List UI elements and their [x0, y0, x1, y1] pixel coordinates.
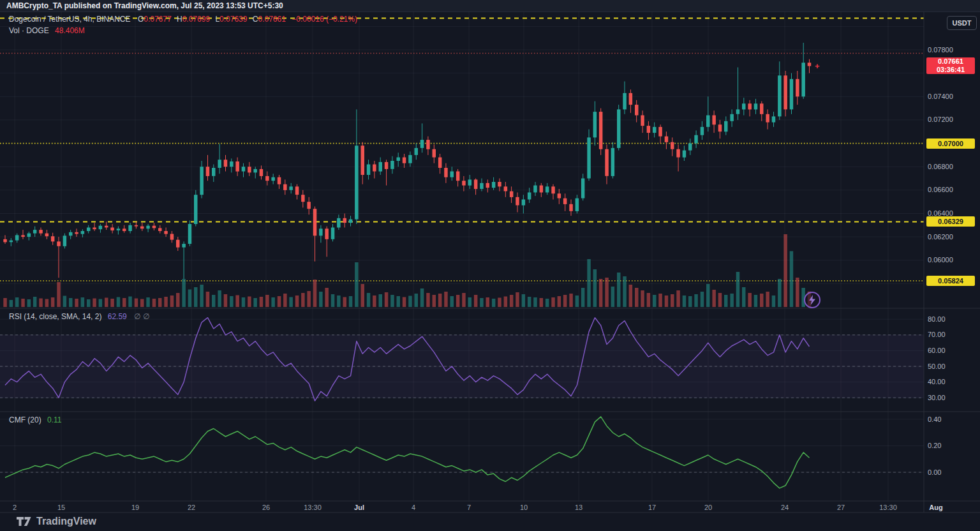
time-tick-label: 17 — [648, 504, 656, 511]
cmf-title[interactable]: CMF (20) — [9, 415, 41, 424]
rsi-tick-label: 80.00 — [928, 315, 946, 324]
rsi-value: 62.59 — [108, 312, 127, 321]
time-tick-label: 19 — [131, 504, 139, 511]
time-tick-label: 10 — [520, 504, 528, 511]
price-tick-label: 0.06800 — [928, 163, 953, 171]
ohlc-high-value: 0.07699 — [182, 15, 210, 24]
currency-toggle-button[interactable]: USDT — [947, 16, 977, 30]
time-tick-label: 7 — [467, 504, 471, 511]
tradingview-logo-icon — [17, 516, 32, 527]
countdown-value: 03:36:41 — [926, 66, 975, 74]
publish-bar: AMBCrypto_TA published on TradingView.co… — [0, 0, 980, 12]
rsi-title[interactable]: RSI (14, close, SMA, 14, 2) — [9, 312, 101, 321]
time-tick-label: 15 — [57, 504, 65, 511]
ohlc-open-label: O — [138, 15, 144, 24]
symbol-title[interactable]: Dogecoin / TetherUS, 4h, BINANCE — [9, 15, 131, 24]
ohlc-low-value: 0.07639 — [219, 15, 247, 24]
publish-text: AMBCrypto_TA published on TradingView.co… — [6, 1, 283, 10]
time-tick-label: 26 — [262, 504, 270, 511]
time-tick-label: Jul — [354, 504, 364, 511]
footer-brand[interactable]: TradingView — [17, 516, 96, 527]
price-plus-marker[interactable]: + — [815, 61, 820, 71]
price-tick-label: 0.06600 — [928, 186, 953, 194]
time-tick-label: 24 — [781, 504, 789, 511]
last-price-value: 0.07661 — [926, 57, 975, 66]
volume-legend: Vol · DOGE 48.406M — [9, 26, 85, 35]
rsi-tick-label: 50.00 — [928, 363, 946, 371]
lightning-bolt-glyph — [808, 295, 817, 305]
rsi-tick-label: 70.00 — [928, 331, 946, 339]
time-tick-label: 13:30 — [304, 504, 322, 511]
last-price-badge: 0.0766103:36:41 — [926, 57, 975, 74]
volume-label[interactable]: Vol · DOGE — [9, 26, 49, 35]
lightning-icon[interactable] — [804, 292, 820, 308]
cmf-tick-label: 0.20 — [928, 442, 941, 450]
rsi-legend: RSI (14, close, SMA, 14, 2) 62.59 ∅ ∅ — [9, 312, 149, 321]
tradingview-logo-text: TradingView — [36, 516, 96, 527]
chart-canvas[interactable] — [0, 12, 980, 531]
rsi-tick-label: 30.00 — [928, 394, 946, 402]
time-tick-label: 4 — [412, 504, 415, 511]
ohlc-close-value: 0.07661 — [258, 15, 285, 24]
chart-root — [0, 12, 980, 531]
rsi-tick-label: 60.00 — [928, 347, 946, 355]
price-tick-label: 0.07200 — [928, 116, 953, 124]
ohlc-high-label: H — [177, 15, 182, 24]
price-level-badge: 0.05824 — [926, 276, 975, 286]
cmf-tick-label: 0.40 — [928, 415, 941, 424]
rsi-tick-label: 40.00 — [928, 378, 946, 386]
price-tick-label: 0.07800 — [928, 46, 953, 54]
ohlc-open-value: 0.07677 — [144, 15, 171, 24]
price-tick-label: 0.06200 — [928, 233, 953, 241]
time-tick-label: 13 — [575, 504, 583, 511]
cmf-tick-label: 0.00 — [928, 468, 941, 477]
price-tick-label: 0.07400 — [928, 93, 953, 101]
volume-value: 48.406M — [55, 26, 85, 35]
rsi-extra-values: ∅ ∅ — [134, 312, 149, 321]
time-tick-label: 20 — [704, 504, 712, 511]
time-tick-label: 22 — [188, 504, 195, 511]
cmf-value: 0.11 — [47, 415, 61, 424]
price-level-badge: 0.06329 — [926, 216, 975, 227]
change-value: −0.00016 (−0.21%) — [292, 15, 357, 24]
cmf-legend: CMF (20) 0.11 — [9, 415, 61, 424]
price-tick-label: 0.06000 — [928, 256, 953, 264]
time-tick-label: 2 — [13, 504, 17, 511]
price-level-badge: 0.07000 — [926, 138, 975, 149]
time-tick-label: 13:30 — [879, 504, 897, 511]
symbol-legend: Dogecoin / TetherUS, 4h, BINANCE O0.0767… — [9, 15, 357, 24]
time-tick-label: Aug — [929, 504, 942, 511]
time-tick-label: 27 — [837, 504, 845, 511]
